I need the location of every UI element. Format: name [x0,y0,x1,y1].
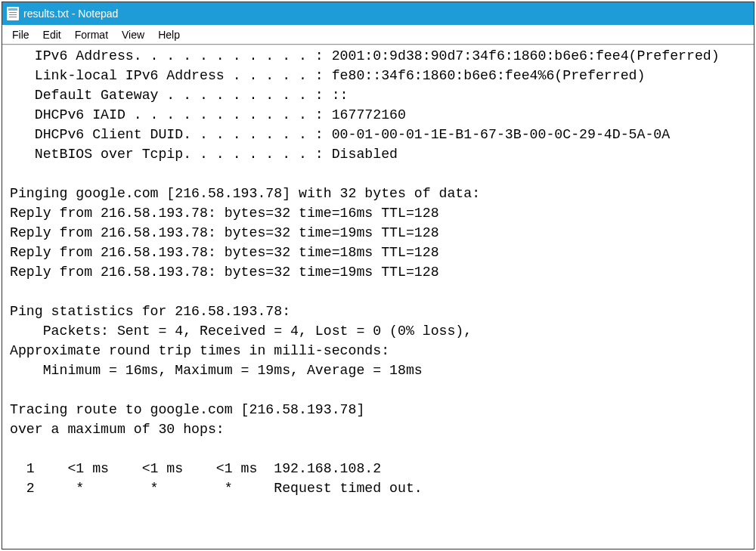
menu-file[interactable]: File [5,27,36,42]
menu-help[interactable]: Help [151,27,187,42]
menubar: File Edit Format View Help [2,25,754,45]
menu-edit[interactable]: Edit [36,27,68,42]
menu-view[interactable]: View [115,27,151,42]
notepad-window: results.txt - Notepad File Edit Format V… [2,2,754,549]
titlebar[interactable]: results.txt - Notepad [2,2,754,25]
window-title: results.txt - Notepad [23,8,118,20]
text-area[interactable]: IPv6 Address. . . . . . . . . . . : 2001… [2,45,754,549]
notepad-icon [7,7,19,20]
menu-format[interactable]: Format [68,27,115,42]
